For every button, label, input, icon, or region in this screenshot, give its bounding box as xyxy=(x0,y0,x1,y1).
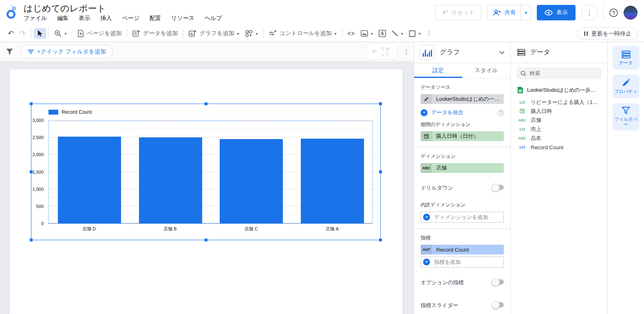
menu-arrange[interactable]: 配置 xyxy=(150,15,161,22)
undo-button[interactable]: ↶ xyxy=(5,28,17,39)
optional-metrics-toggle[interactable] xyxy=(492,279,504,285)
metric-chip[interactable]: AUT Record Count xyxy=(421,245,504,254)
legend-swatch xyxy=(49,110,58,115)
menu-edit[interactable]: 編集 xyxy=(57,15,68,22)
menu-page[interactable]: ページ xyxy=(122,15,139,22)
edit-toolbar: ↶ ↷ ▾ ページを追加 データを追加 xyxy=(0,25,644,42)
dimension-chip[interactable]: ABC 店舗 xyxy=(421,163,504,173)
metric-slider-toggle[interactable] xyxy=(492,302,504,307)
add-control-button[interactable]: コントロールを追加 ▾ xyxy=(266,28,340,39)
data-source-name: LookerStudioはじめの一歩サンプルデ… xyxy=(527,86,601,94)
embed-button[interactable]: <> xyxy=(345,29,358,38)
reset-button[interactable]: ↶ リセット xyxy=(435,5,482,20)
rail-data-button[interactable]: データ xyxy=(613,46,640,70)
bar-chart[interactable]: Record Count 3,0002,5002,0001,5001,00050… xyxy=(31,104,381,240)
field-product-name[interactable]: ABC 品名 xyxy=(511,134,607,143)
shape-button[interactable]: ▾ xyxy=(406,29,423,39)
report-canvas[interactable]: Record Count 3,0002,5002,0001,5001,00050… xyxy=(0,61,414,314)
data-source-row[interactable]: LookerStudioはじめの一歩サンプルデ… xyxy=(511,83,607,98)
view-button[interactable]: 表示 xyxy=(537,5,576,20)
report-title[interactable]: はじめてのレポート xyxy=(24,3,222,14)
avatar[interactable] xyxy=(624,6,637,20)
field-sales[interactable]: 123 売上 xyxy=(511,125,607,134)
field-store[interactable]: ABC 店舗 xyxy=(511,116,607,125)
image-button[interactable]: ▾ xyxy=(358,29,376,38)
help-icon[interactable]: ? xyxy=(609,9,618,17)
community-viz-button[interactable]: ▾ xyxy=(242,28,261,39)
text-icon xyxy=(379,30,386,37)
field-record-count[interactable]: 123 Record Count xyxy=(511,143,607,152)
metric-slider-row: 指標スライダー xyxy=(421,297,504,312)
menu-insert[interactable]: 挿入 xyxy=(100,15,112,22)
search-input[interactable] xyxy=(529,70,591,76)
plus-circle-icon: + xyxy=(421,109,428,116)
filter-funnel-icon xyxy=(622,106,630,115)
drilldown-toggle[interactable] xyxy=(492,185,504,190)
selection-handle[interactable] xyxy=(30,239,33,241)
share-button[interactable]: 共有 ▾ xyxy=(487,5,531,20)
number-type-icon: 123 xyxy=(517,127,527,131)
filter-bar-more-button[interactable]: ⋮ xyxy=(403,48,410,55)
add-dimension-button[interactable]: + ディメンションを追加 xyxy=(421,212,504,223)
add-data-label: データを追加 xyxy=(143,30,178,37)
looker-studio-logo-icon[interactable] xyxy=(6,5,20,20)
share-dropdown-caret[interactable]: ▾ xyxy=(520,5,531,20)
selection-handle[interactable] xyxy=(205,102,207,105)
selection-handle[interactable] xyxy=(205,239,207,241)
blend-data-button[interactable]: + データを統合 ? xyxy=(421,109,504,116)
tab-style[interactable]: スタイル xyxy=(462,63,510,78)
plus-circle-icon: + xyxy=(423,259,430,265)
data-source-chip[interactable]: LookerStudioはじめの一歩サ… xyxy=(421,94,504,104)
selection-handle[interactable] xyxy=(379,170,382,173)
menu-help[interactable]: ヘルプ xyxy=(205,15,222,22)
pause-icon xyxy=(584,31,588,36)
rail-properties-button[interactable]: プロパティ xyxy=(613,75,640,98)
line-button[interactable]: ▾ xyxy=(389,29,406,38)
add-page-button[interactable]: ページを追加 xyxy=(75,28,124,39)
add-metric-button[interactable]: + 指標を追加 xyxy=(421,257,504,268)
chart-bar-店舗 D[interactable] xyxy=(58,137,121,223)
pause-updates-button[interactable]: 更新を一時停止 xyxy=(577,27,638,40)
field-repeat-purchase[interactable]: 123 リピーターによる購入（1=YES, 0=NO… xyxy=(511,98,607,107)
toolbar-divider xyxy=(183,29,183,38)
chart-plot xyxy=(49,121,373,224)
add-quick-filter-button[interactable]: +クイック フィルタを追加 xyxy=(21,45,113,58)
blend-help-icon[interactable]: ? xyxy=(498,110,504,116)
properties-panel-header[interactable]: グラフ xyxy=(414,42,510,63)
toolbar-more-button[interactable]: ⋮ xyxy=(423,29,435,38)
filter-bar-actions: ↶ リセット ⋮ xyxy=(366,43,410,60)
field-label: 売上 xyxy=(531,126,541,133)
selection-handle[interactable] xyxy=(379,239,382,241)
share-label: 共有 xyxy=(504,9,516,16)
menu-view[interactable]: 表示 xyxy=(79,15,90,22)
pencil-icon[interactable] xyxy=(421,94,432,104)
header-divider xyxy=(603,5,604,20)
selection-handle[interactable] xyxy=(30,102,33,105)
chart-bar-店舗 C[interactable] xyxy=(220,139,283,223)
rail-filter-bar-button[interactable]: フィルタバー xyxy=(613,103,640,130)
menu-file[interactable]: ファイル xyxy=(24,15,47,22)
zoom-tool-button[interactable]: ▾ xyxy=(51,28,69,39)
filter-reset-button[interactable]: ↶ リセット xyxy=(366,43,397,60)
menu-resource[interactable]: リソース xyxy=(171,15,194,22)
date-dimension-chip[interactable]: 購入日時（日付） xyxy=(421,131,504,141)
add-data-button[interactable]: データを追加 xyxy=(130,28,181,39)
metric-label: 指標 xyxy=(421,234,504,241)
tab-setup[interactable]: 設定 xyxy=(414,63,462,78)
chart-bar-店舗 B[interactable] xyxy=(139,137,202,223)
add-chart-button[interactable]: グラフを追加 ▾ xyxy=(186,28,242,39)
select-tool-button[interactable] xyxy=(34,28,46,39)
text-button[interactable] xyxy=(376,28,389,39)
selection-handle[interactable] xyxy=(30,170,33,173)
redo-button[interactable]: ↷ xyxy=(17,28,29,39)
toolbar-divider xyxy=(31,29,31,38)
report-page[interactable]: Record Count 3,0002,5002,0001,5001,00050… xyxy=(9,69,403,314)
chart-bar-店舗 A[interactable] xyxy=(301,139,364,223)
cursor-icon xyxy=(37,30,43,37)
header-more-button[interactable]: ⋮ xyxy=(581,4,598,21)
search-box[interactable] xyxy=(516,67,602,79)
field-purchase-datetime[interactable]: 購入日時 xyxy=(511,107,607,116)
share-main[interactable]: 共有 xyxy=(487,5,520,20)
selection-handle[interactable] xyxy=(379,102,382,105)
chevron-down-icon[interactable] xyxy=(499,51,505,54)
